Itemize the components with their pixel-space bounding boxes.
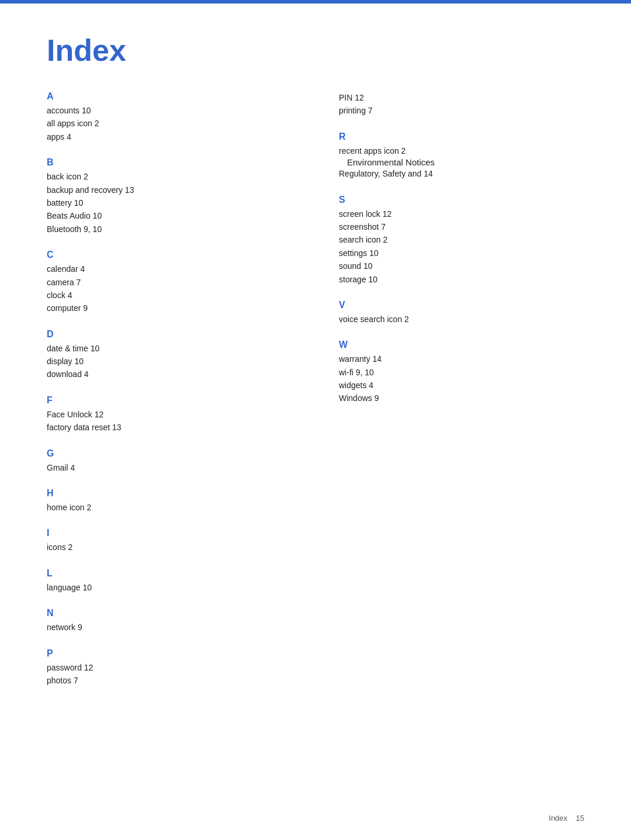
section-letter: F: [47, 395, 292, 406]
left-column: Aaccounts 10all apps icon 2apps 4Bback i…: [47, 91, 292, 701]
index-section: Wwarranty 14wi-fi 9, 10widgets 4Windows …: [339, 340, 584, 405]
index-entry: backup and recovery 13: [47, 184, 292, 196]
index-section: Ddate & time 10display 10download 4: [47, 329, 292, 381]
index-section: Llanguage 10: [47, 568, 292, 594]
index-entry: display 10: [47, 355, 292, 368]
index-entry: search icon 2: [339, 233, 584, 246]
index-entry: home icon 2: [47, 501, 292, 514]
index-entry: password 12: [47, 661, 292, 674]
index-entry: Beats Audio 10: [47, 209, 292, 222]
section-letter: C: [47, 250, 292, 260]
index-entry: screen lock 12: [339, 208, 584, 220]
index-entry: battery 10: [47, 196, 292, 209]
index-entry: warranty 14: [339, 352, 584, 365]
section-letter: P: [47, 648, 292, 659]
index-section: Vvoice search icon 2: [339, 300, 584, 326]
page-footer: Index 15: [549, 814, 584, 822]
index-section: Sscreen lock 12screenshot 7search icon 2…: [339, 195, 584, 286]
index-section: GGmail 4: [47, 448, 292, 474]
index-entry: icons 2: [47, 541, 292, 554]
index-section: Ccalendar 4camera 7clock 4computer 9: [47, 250, 292, 315]
index-entry: back icon 2: [47, 170, 292, 183]
index-entry: camera 7: [47, 276, 292, 289]
index-entry: computer 9: [47, 302, 292, 314]
index-entry: clock 4: [47, 289, 292, 302]
section-letter: R: [339, 132, 584, 142]
index-entry: Windows 9: [339, 392, 584, 405]
index-section: Hhome icon 2: [47, 488, 292, 514]
index-entry: storage 10: [339, 273, 584, 286]
section-letter: W: [339, 340, 584, 350]
index-entry: widgets 4: [339, 379, 584, 392]
section-letter: I: [47, 528, 292, 538]
section-letter: L: [47, 568, 292, 579]
index-entry: recent apps icon 2: [339, 144, 584, 157]
index-entry: network 9: [47, 621, 292, 634]
page-title: Index: [47, 33, 584, 68]
index-entry: Regulatory, Safety and 14: [339, 167, 584, 180]
section-letter: N: [47, 608, 292, 618]
index-section: Iicons 2: [47, 528, 292, 554]
index-entry: sound 10: [339, 260, 584, 272]
index-entry: language 10: [47, 581, 292, 594]
index-entry: Face Unlock 12: [47, 408, 292, 421]
section-letter: H: [47, 488, 292, 499]
section-letter: B: [47, 157, 292, 168]
index-section: Aaccounts 10all apps icon 2apps 4: [47, 91, 292, 143]
index-entry: calendar 4: [47, 262, 292, 275]
index-section: Ppassword 12photos 7: [47, 648, 292, 687]
page-container: Index Aaccounts 10all apps icon 2apps 4B…: [0, 4, 631, 736]
index-entry: screenshot 7: [339, 220, 584, 233]
index-entry: voice search icon 2: [339, 313, 584, 326]
index-entry: apps 4: [47, 130, 292, 143]
section-letter: G: [47, 448, 292, 459]
index-entry: date & time 10: [47, 342, 292, 355]
index-entry-continuation: Environmental Notices: [339, 157, 584, 167]
section-letter: S: [339, 195, 584, 205]
index-entry: PIN 12: [339, 91, 584, 104]
index-section: Rrecent apps icon 2Environmental Notices…: [339, 132, 584, 181]
index-entry: Bluetooth 9, 10: [47, 223, 292, 236]
index-entry: photos 7: [47, 674, 292, 687]
index-entry: Gmail 4: [47, 461, 292, 474]
section-letter: A: [47, 91, 292, 102]
index-entry: wi-fi 9, 10: [339, 366, 584, 379]
section-letter: V: [339, 300, 584, 310]
index-entry: factory data reset 13: [47, 421, 292, 434]
index-content: Aaccounts 10all apps icon 2apps 4Bback i…: [47, 91, 584, 701]
index-section: Bback icon 2backup and recovery 13batter…: [47, 157, 292, 236]
index-section: FFace Unlock 12factory data reset 13: [47, 395, 292, 434]
index-entry: printing 7: [339, 104, 584, 117]
index-section: PIN 12printing 7: [339, 91, 584, 117]
index-entry: accounts 10: [47, 104, 292, 117]
section-letter: D: [47, 329, 292, 340]
right-column: PIN 12printing 7Rrecent apps icon 2Envir…: [339, 91, 584, 701]
index-section: Nnetwork 9: [47, 608, 292, 634]
index-entry: download 4: [47, 368, 292, 381]
footer-text: Index 15: [549, 814, 584, 822]
index-entry: settings 10: [339, 247, 584, 260]
index-entry: all apps icon 2: [47, 117, 292, 130]
